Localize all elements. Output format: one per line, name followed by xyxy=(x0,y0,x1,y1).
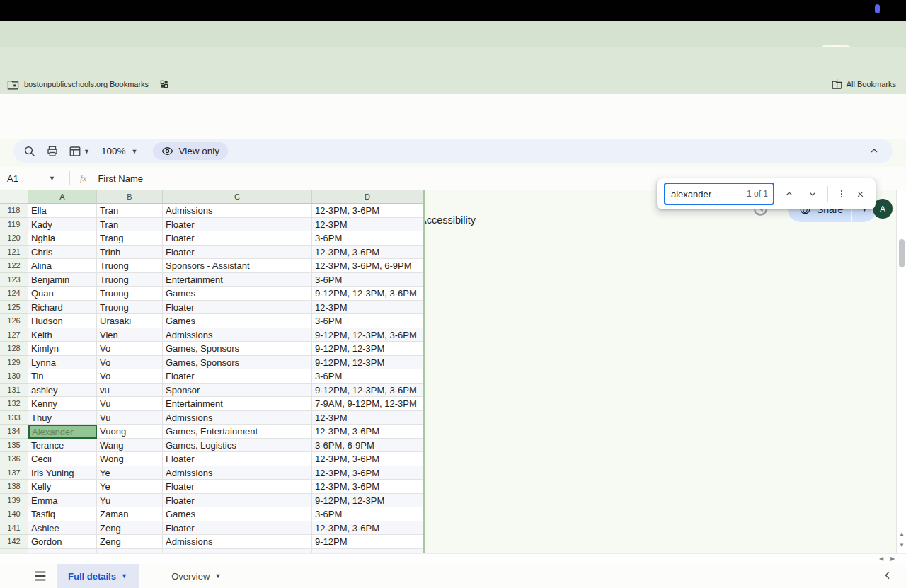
cell-A127[interactable]: Keith xyxy=(28,328,97,342)
cell-B126[interactable]: Urasaki xyxy=(97,314,163,328)
cell-D125[interactable]: 12-3PM xyxy=(312,301,423,315)
sheet-views-icon[interactable] xyxy=(69,145,81,158)
cell-B133[interactable]: Vu xyxy=(97,411,163,425)
cell-A122[interactable]: Alina xyxy=(28,259,97,273)
row-header-127[interactable]: 127 xyxy=(0,328,28,342)
cell-B135[interactable]: Wang xyxy=(97,439,163,453)
cell-D133[interactable]: 12-3PM xyxy=(312,411,423,425)
cell-A131[interactable]: ashley xyxy=(28,384,97,398)
cell-B138[interactable]: Ye xyxy=(97,480,163,494)
row-header-135[interactable]: 135 xyxy=(0,439,28,453)
print-icon[interactable] xyxy=(46,145,59,158)
cell-B129[interactable]: Vo xyxy=(97,356,163,370)
sheet-tab-overview[interactable]: Overview▼ xyxy=(160,564,232,588)
cell-C138[interactable]: Floater xyxy=(163,480,312,494)
cell-C139[interactable]: Floater xyxy=(163,494,312,508)
cell-C133[interactable]: Admissions xyxy=(163,411,312,425)
cell-B125[interactable]: Truong xyxy=(97,301,163,315)
cell-A129[interactable]: Lynna xyxy=(28,356,97,370)
cell-A139[interactable]: Emma xyxy=(28,494,97,508)
find-more-options-button[interactable] xyxy=(833,185,850,202)
cell-C136[interactable]: Floater xyxy=(163,452,312,466)
cell-B131[interactable]: vu xyxy=(97,384,163,398)
collapse-panel-icon[interactable] xyxy=(882,570,893,581)
row-header-134[interactable]: 134 xyxy=(0,425,28,439)
cell-C122[interactable]: Sponsors - Assistant xyxy=(163,259,312,273)
cell-C137[interactable]: Admissions xyxy=(163,466,312,480)
column-header-d[interactable]: D xyxy=(312,190,423,204)
cell-B137[interactable]: Ye xyxy=(97,466,163,480)
cell-D136[interactable]: 12-3PM, 3-6PM xyxy=(312,452,423,466)
row-header-142[interactable]: 142 xyxy=(0,535,28,549)
cell-C121[interactable]: Floater xyxy=(163,246,312,260)
cell-D130[interactable]: 3-6PM xyxy=(312,369,423,384)
cell-D123[interactable]: 3-6PM xyxy=(312,273,423,287)
row-header-140[interactable]: 140 xyxy=(0,507,28,521)
cell-A137[interactable]: Iris Yuning xyxy=(28,466,97,480)
cell-B140[interactable]: Zaman xyxy=(97,507,163,521)
row-header-139[interactable]: 139 xyxy=(0,494,28,508)
column-header-c[interactable]: C xyxy=(163,190,312,204)
apps-grid-icon[interactable] xyxy=(159,79,169,89)
cell-B141[interactable]: Zeng xyxy=(97,521,163,536)
find-next-button[interactable] xyxy=(804,185,821,202)
cell-B127[interactable]: Vien xyxy=(97,328,163,342)
scroll-up-arrow[interactable]: ▲ xyxy=(898,531,905,538)
cell-A120[interactable]: Nghia xyxy=(28,231,97,246)
cell-A142[interactable]: Gordon xyxy=(28,535,97,549)
cell-D142[interactable]: 9-12PM xyxy=(312,535,423,549)
cell-C134[interactable]: Games, Entertainment xyxy=(163,425,312,439)
cell-C142[interactable]: Admissions xyxy=(163,535,312,549)
scroll-left-arrow[interactable]: ◀ xyxy=(878,555,885,563)
managed-bookmarks-folder[interactable]: bostonpublicschools.org Bookmarks xyxy=(7,74,169,94)
row-header-132[interactable]: 132 xyxy=(0,397,28,411)
row-header-118[interactable]: 118 xyxy=(0,204,28,218)
cell-D127[interactable]: 9-12PM, 12-3PM, 3-6PM xyxy=(312,328,423,342)
row-header-141[interactable]: 141 xyxy=(0,521,28,536)
cell-B136[interactable]: Wong xyxy=(97,452,163,466)
column-header-a[interactable]: A xyxy=(28,190,97,204)
sheet-tab-full-details[interactable]: Full details▼ xyxy=(57,564,139,588)
row-header-121[interactable]: 121 xyxy=(0,246,28,260)
cell-A118[interactable]: Ella xyxy=(28,204,97,218)
cell-C128[interactable]: Games, Sponsors xyxy=(163,342,312,356)
sheet-views-caret[interactable]: ▼ xyxy=(84,148,90,155)
row-header-120[interactable]: 120 xyxy=(0,231,28,246)
row-header-133[interactable]: 133 xyxy=(0,411,28,425)
cell-A125[interactable]: Richard xyxy=(28,301,97,315)
collapse-toolbar-icon[interactable] xyxy=(868,145,880,156)
row-header-136[interactable]: 136 xyxy=(0,452,28,466)
find-input[interactable]: alexander 1 of 1 xyxy=(664,183,774,205)
row-header-137[interactable]: 137 xyxy=(0,466,28,480)
cell-A134-active-find-match[interactable]: Alexander xyxy=(28,425,97,439)
cell-A140[interactable]: Tasfiq xyxy=(28,507,97,521)
cell-A121[interactable]: Chris xyxy=(28,246,97,260)
cell-D134[interactable]: 12-3PM, 3-6PM xyxy=(312,425,423,439)
cell-B134[interactable]: Vuong xyxy=(97,425,163,439)
cell-B121[interactable]: Trinh xyxy=(97,246,163,260)
cell-D139[interactable]: 9-12PM, 12-3PM xyxy=(312,494,423,508)
cell-D141[interactable]: 12-3PM, 3-6PM xyxy=(312,521,423,536)
cell-C119[interactable]: Floater xyxy=(163,218,312,232)
cell-D135[interactable]: 3-6PM, 6-9PM xyxy=(312,439,423,453)
name-box[interactable]: A1 ▼ xyxy=(0,173,59,184)
cell-C141[interactable]: Floater xyxy=(163,521,312,536)
zoom-select[interactable]: 100% ▼ xyxy=(101,146,137,156)
find-previous-button[interactable] xyxy=(781,185,798,202)
cell-C125[interactable]: Floater xyxy=(163,301,312,315)
row-header-128[interactable]: 128 xyxy=(0,342,28,356)
cell-A130[interactable]: Tin xyxy=(28,369,97,384)
cell-A124[interactable]: Quan xyxy=(28,287,97,301)
cell-A126[interactable]: Hudson xyxy=(28,314,97,328)
row-header-125[interactable]: 125 xyxy=(0,301,28,315)
cell-B132[interactable]: Vu xyxy=(97,397,163,411)
cell-A138[interactable]: Kelly xyxy=(28,480,97,494)
row-header-130[interactable]: 130 xyxy=(0,369,28,384)
cell-A119[interactable]: Kady xyxy=(28,218,97,232)
cell-B128[interactable]: Vo xyxy=(97,342,163,356)
toolbar-search-icon[interactable] xyxy=(23,145,36,158)
row-header-124[interactable]: 124 xyxy=(0,287,28,301)
all-bookmarks-button[interactable]: All Bookmarks xyxy=(832,74,896,94)
scroll-right-arrow[interactable]: ▶ xyxy=(889,555,896,563)
cell-D138[interactable]: 12-3PM, 3-6PM xyxy=(312,480,423,494)
